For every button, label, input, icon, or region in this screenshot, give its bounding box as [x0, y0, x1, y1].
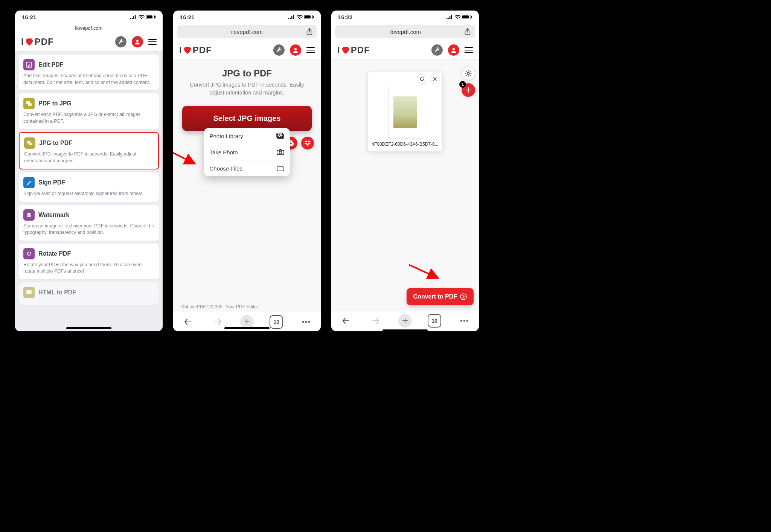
select-jpg-button[interactable]: Select JPG images [182, 106, 312, 131]
logo-i: I [337, 45, 340, 55]
card-watermark[interactable]: Watermark Stamp an image or text over yo… [19, 205, 159, 241]
url-bar[interactable]: ilovepdf.com [335, 25, 475, 38]
card-title: PDF to JPG [38, 100, 72, 107]
menu-button[interactable] [148, 39, 157, 45]
svg-rect-1 [132, 18, 133, 19]
svg-rect-13 [27, 213, 30, 215]
svg-rect-37 [451, 15, 452, 19]
more-button[interactable] [299, 315, 313, 329]
rotate-file-button[interactable] [417, 74, 427, 84]
thumbnail-preview [388, 86, 422, 139]
svg-point-42 [453, 48, 455, 50]
url-bar-simple[interactable]: ilovepdf.com [15, 23, 163, 32]
picker-photo-library[interactable]: Photo Library [204, 128, 290, 144]
tools-button[interactable] [273, 44, 285, 56]
settings-button[interactable] [462, 67, 475, 80]
tools-button[interactable] [115, 36, 126, 47]
tools-button[interactable] [431, 44, 443, 56]
remove-file-button[interactable] [430, 74, 440, 84]
svg-rect-22 [313, 16, 314, 18]
card-html-to-pdf[interactable]: HTML to PDF [19, 282, 159, 305]
new-tab-button[interactable] [240, 315, 254, 329]
menu-button[interactable] [306, 47, 315, 53]
wifi-icon [455, 15, 461, 19]
tabs-button[interactable]: 10 [428, 314, 441, 328]
svg-point-7 [136, 40, 139, 42]
svg-rect-21 [305, 15, 311, 18]
svg-point-46 [460, 320, 462, 322]
logo-pdf: PDF [35, 37, 54, 47]
status-bar: 16:22 [331, 11, 479, 23]
more-button[interactable] [457, 314, 471, 328]
svg-rect-3 [135, 15, 136, 19]
wifi-icon [297, 15, 303, 19]
file-thumbnail[interactable]: 4F98DEF2-60D6-43A6-B5D7-0... [367, 71, 443, 152]
svg-rect-36 [449, 16, 451, 19]
share-button[interactable] [302, 25, 317, 38]
convert-to-pdf-button[interactable]: Convert to PDF [407, 288, 474, 305]
svg-rect-12 [29, 143, 32, 145]
tool-list[interactable]: Edit PDF Add text, images, shapes or fre… [15, 52, 163, 331]
forward-button[interactable] [369, 314, 382, 328]
heart-icon [25, 38, 34, 46]
svg-rect-34 [446, 18, 448, 19]
svg-point-47 [463, 320, 465, 322]
ilovepdf-logo[interactable]: I PDF [337, 45, 370, 55]
battery-icon [462, 15, 472, 19]
svg-rect-17 [290, 18, 291, 19]
svg-rect-18 [291, 16, 293, 19]
screen-3: 16:22 ilovepdf.com [331, 11, 479, 331]
home-indicator [382, 329, 428, 331]
account-button[interactable] [448, 44, 459, 56]
picker-take-photo[interactable]: Take Photo [204, 144, 290, 160]
app-header: I PDF [331, 41, 479, 60]
svg-point-33 [308, 321, 310, 323]
picker-choose-files[interactable]: Choose Files [204, 160, 290, 176]
url-bar-wrap: ilovepdf.com [173, 23, 321, 41]
annotation-arrow [407, 263, 441, 280]
cellular-icon [446, 15, 453, 19]
ilovepdf-logo[interactable]: I PDF [179, 45, 212, 55]
status-icons [130, 15, 156, 19]
add-file-button[interactable]: 1 [462, 83, 475, 97]
share-button[interactable] [460, 25, 475, 38]
status-bar: 16:21 [15, 11, 163, 23]
account-button[interactable] [132, 36, 143, 47]
tabs-count: 10 [432, 318, 438, 324]
card-edit-pdf[interactable]: Edit PDF Add text, images, shapes or fre… [19, 55, 159, 90]
watermark-icon [23, 209, 35, 221]
card-jpg-to-pdf[interactable]: JPG to PDF Convert JPG images to PDF in … [19, 132, 159, 169]
card-title: Watermark [38, 212, 69, 218]
dropbox-button[interactable] [301, 137, 314, 149]
account-button[interactable] [290, 44, 301, 56]
card-pdf-to-jpg[interactable]: PDF to JPG Convert each PDF page into a … [19, 93, 159, 129]
url-text: ilovepdf.com [75, 25, 103, 31]
svg-point-24 [294, 48, 297, 50]
svg-rect-5 [147, 15, 152, 18]
new-tab-button[interactable] [398, 314, 412, 328]
file-source-picker: Photo Library Take Photo Choose Files [204, 128, 290, 176]
svg-rect-10 [28, 103, 32, 106]
card-desc: Rotate your PDFs the way you need them. … [23, 262, 154, 275]
card-sign-pdf[interactable]: Sign PDF Sign yourself or request electr… [19, 172, 159, 202]
tabs-button[interactable]: 10 [270, 315, 283, 329]
rotate-icon [23, 248, 35, 259]
svg-rect-16 [288, 18, 290, 19]
card-rotate-pdf[interactable]: Rotate PDF Rotate your PDFs the way you … [19, 244, 159, 279]
svg-point-29 [279, 151, 282, 154]
cellular-icon [130, 15, 137, 19]
status-time: 16:21 [180, 14, 194, 20]
back-button[interactable] [181, 315, 195, 329]
svg-rect-0 [130, 18, 131, 19]
page-description: Convert JPG images to PDF in seconds. Ea… [182, 81, 312, 97]
svg-line-44 [409, 265, 437, 277]
card-desc: Stamp an image or text over your PDF in … [23, 223, 154, 236]
forward-button[interactable] [211, 315, 224, 329]
status-bar: 16:21 [173, 11, 321, 23]
menu-button[interactable] [465, 47, 473, 53]
ilovepdf-logo[interactable]: I PDF [21, 37, 54, 47]
convert-page: 1 4F98DEF2-60D6-43A6-B5D7-0... [331, 60, 479, 311]
camera-icon [276, 149, 285, 155]
url-bar[interactable]: ilovepdf.com [177, 25, 317, 38]
back-button[interactable] [339, 314, 353, 328]
